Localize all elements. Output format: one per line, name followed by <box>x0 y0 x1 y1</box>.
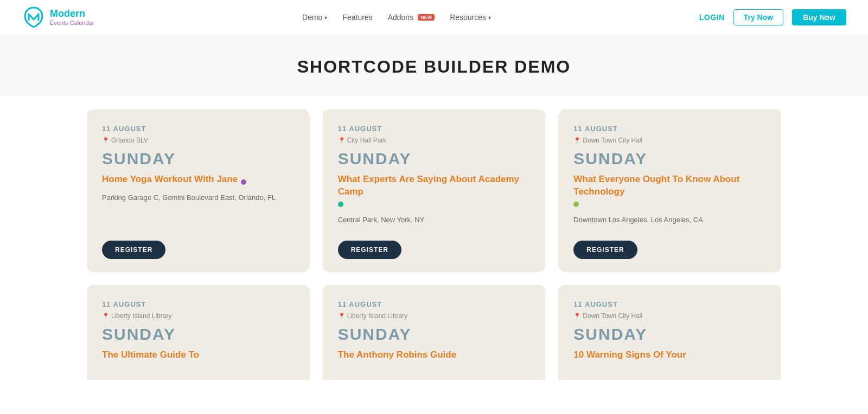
card-location: 📍 Liberty Island Library <box>338 312 531 320</box>
logo-brand-name: Modern <box>50 8 94 20</box>
login-button[interactable]: LOGIN <box>699 13 725 22</box>
nav-item-resources[interactable]: Resources <box>450 13 491 22</box>
card-date: 11 AUGUST <box>338 125 531 133</box>
category-dot <box>241 179 246 185</box>
logo-tagline: Events Calendar <box>50 20 94 27</box>
card-day: SUNDAY <box>338 150 531 168</box>
location-icon: 📍 <box>573 313 581 320</box>
event-card: 11 AUGUST 📍 City Hall Park SUNDAY What E… <box>323 109 546 272</box>
location-icon: 📍 <box>102 313 110 320</box>
card-address: Parking Garage C, Gemini Boulevard East,… <box>102 192 295 203</box>
card-date: 11 AUGUST <box>573 125 766 133</box>
card-title: What Everyone Ought To Know About Techno… <box>573 173 766 208</box>
event-card-partial: 11 AUGUST 📍 Liberty Island Library SUNDA… <box>323 285 546 380</box>
nav-actions: LOGIN Try Now Buy Now <box>699 9 846 25</box>
events-grid-row2: 11 AUGUST 📍 Liberty Island Library SUNDA… <box>54 272 814 380</box>
card-day: SUNDAY <box>338 325 531 344</box>
logo-icon <box>22 5 46 29</box>
event-card-partial: 11 AUGUST 📍 Down Town City Hall SUNDAY 1… <box>558 285 781 380</box>
register-button[interactable]: REGISTER <box>102 241 165 259</box>
card-title: 10 Warning Signs Of Your <box>573 349 766 361</box>
location-icon: 📍 <box>338 137 346 144</box>
card-location: 📍 Down Town City Hall <box>573 137 766 144</box>
hero-section: SHORTCODE BUILDER DEMO <box>0 35 868 96</box>
card-location: 📍 Liberty Island Library <box>102 312 295 320</box>
card-location: 📍 City Hall Park <box>338 137 531 144</box>
card-title: Home Yoga Workout With Jane <box>102 173 295 186</box>
nav-links: Demo Features Addons New Resources <box>302 13 491 22</box>
logo[interactable]: Modern Events Calendar <box>22 5 94 29</box>
location-icon: 📍 <box>338 313 346 320</box>
nav-item-features[interactable]: Features <box>342 13 372 22</box>
try-now-button[interactable]: Try Now <box>733 9 783 25</box>
card-title: The Ultimate Guide To <box>102 349 295 361</box>
event-card: 11 AUGUST 📍 Orlando BLV SUNDAY Home Yoga… <box>87 109 310 272</box>
category-dot <box>573 202 579 207</box>
navbar: Modern Events Calendar Demo Features Add… <box>0 0 868 35</box>
card-date: 11 AUGUST <box>102 125 295 133</box>
card-date: 11 AUGUST <box>338 300 531 308</box>
location-icon: 📍 <box>102 137 110 144</box>
category-dot <box>338 202 343 207</box>
nav-item-demo[interactable]: Demo <box>302 13 327 22</box>
register-button[interactable]: REGISTER <box>338 241 401 259</box>
card-date: 11 AUGUST <box>573 300 766 308</box>
events-grid-row1: 11 AUGUST 📍 Orlando BLV SUNDAY Home Yoga… <box>54 96 814 272</box>
card-title: What Experts Are Saying About Academy Ca… <box>338 173 531 208</box>
addons-badge: New <box>418 14 435 21</box>
card-date: 11 AUGUST <box>102 300 295 308</box>
card-day: SUNDAY <box>102 325 295 344</box>
buy-now-button[interactable]: Buy Now <box>792 9 846 25</box>
card-title: The Anthony Robins Guide <box>338 349 531 361</box>
card-day: SUNDAY <box>102 150 295 168</box>
card-address: Central Park, New York, NY <box>338 215 531 225</box>
event-card-partial: 11 AUGUST 📍 Liberty Island Library SUNDA… <box>87 285 310 380</box>
card-day: SUNDAY <box>573 325 766 344</box>
card-location: 📍 Down Town City Hall <box>573 312 766 320</box>
location-icon: 📍 <box>573 137 581 144</box>
card-address: Downtown Los Angeles, Los Angeles, CA <box>573 215 766 225</box>
card-day: SUNDAY <box>573 150 766 168</box>
nav-item-addons[interactable]: Addons New <box>388 13 435 22</box>
register-button[interactable]: REGISTER <box>573 241 637 259</box>
event-card: 11 AUGUST 📍 Down Town City Hall SUNDAY W… <box>558 109 781 272</box>
page-title: SHORTCODE BUILDER DEMO <box>11 57 857 77</box>
card-location: 📍 Orlando BLV <box>102 137 295 144</box>
